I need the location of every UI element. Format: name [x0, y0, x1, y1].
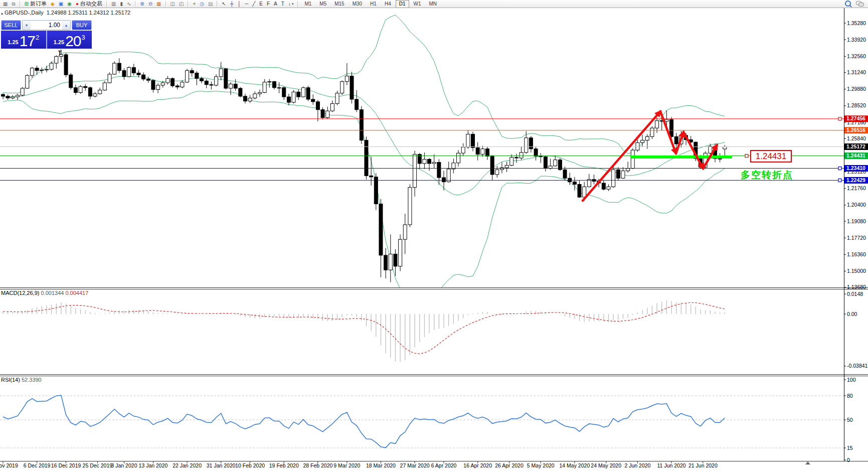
svg-text:1.20400: 1.20400 — [847, 202, 866, 208]
svg-text:27 Mar 2020: 27 Mar 2020 — [400, 462, 430, 468]
periods-button[interactable]: ◷ — [198, 1, 206, 8]
timeframe-h4-button[interactable]: H4 — [381, 0, 395, 8]
fibo-retracement-button[interactable]: E — [258, 1, 264, 8]
svg-text:1.24431: 1.24431 — [846, 152, 865, 159]
indicators-button[interactable]: + — [191, 1, 197, 8]
svg-text:10 Feb 2020: 10 Feb 2020 — [235, 462, 265, 468]
zoom-out-button[interactable]: ⊖ — [147, 1, 154, 8]
svg-text:31 Jan 2020: 31 Jan 2020 — [207, 462, 236, 468]
toolbar-separator — [297, 1, 298, 7]
chart-candles-icon: ▮ — [120, 1, 123, 8]
timeframe-toolbar: M1M5M15M30H1H4D1W1MN — [300, 0, 441, 8]
ask-price[interactable]: 1.25 20 3 — [46, 31, 92, 49]
volume-input[interactable] — [31, 21, 62, 30]
svg-text:16 Dec 2019: 16 Dec 2019 — [51, 462, 81, 468]
timeframe-w1-button[interactable]: W1 — [410, 0, 425, 8]
autotrading-icon: ● — [76, 1, 79, 8]
fibo-retracement-icon: E — [259, 1, 263, 8]
timeframe-d1-button[interactable]: D1 — [396, 0, 409, 8]
toolbar: ▦⧉⊞新订单◆▣◉●自动交易▥▮∿⊕⊖▦◫◰+◷▤↖┼│─╱EFAT↓▾ M1M… — [0, 0, 868, 8]
profiles-button[interactable]: ⧉ — [10, 1, 17, 8]
chart-bars-button[interactable]: ▥ — [110, 1, 117, 8]
arrows-icon: ↓ — [288, 1, 291, 8]
new-chart-button[interactable]: ▦ — [2, 1, 9, 8]
horizontal-line-button[interactable]: ─ — [243, 1, 250, 8]
crosshair-icon: ┼ — [230, 1, 234, 8]
svg-text:1.22429: 1.22429 — [846, 177, 865, 183]
fibo-expansion-button[interactable]: F — [265, 1, 271, 8]
tile-windows-icon: ▦ — [156, 1, 161, 8]
new-order-button-label: 新订单 — [30, 0, 47, 8]
svg-text:0.0148: 0.0148 — [847, 291, 863, 297]
timeframe-m5-button[interactable]: M5 — [316, 0, 330, 8]
templates-button[interactable]: ▤ — [207, 1, 214, 8]
svg-text:9 Mar 2020: 9 Mar 2020 — [333, 462, 360, 468]
terminal-button[interactable]: ▣ — [57, 1, 65, 8]
timeframe-m30-button[interactable]: M30 — [349, 0, 366, 8]
strategy-tester-icon: ◉ — [67, 1, 72, 8]
autotrading-button[interactable]: ●自动交易 — [74, 1, 104, 8]
metaeditor-button[interactable]: ◆ — [49, 1, 56, 8]
svg-text:1.13680: 1.13680 — [847, 284, 866, 290]
search-icon[interactable] — [845, 1, 851, 7]
terminal-icon: ▣ — [59, 1, 63, 8]
chart-line-button[interactable]: ∿ — [125, 1, 132, 8]
templates-icon: ▤ — [208, 1, 213, 8]
cascade-windows-button[interactable]: ◰ — [178, 1, 185, 8]
tile-windows-button[interactable]: ▦ — [155, 1, 162, 8]
svg-text:21 Jun 2020: 21 Jun 2020 — [688, 462, 718, 468]
vertical-line-icon: │ — [238, 1, 241, 8]
svg-text:1.27456: 1.27456 — [846, 115, 865, 121]
text-label-icon: T — [281, 1, 284, 8]
chart-line-icon: ∿ — [127, 1, 131, 8]
timeframe-h1-button[interactable]: H1 — [367, 0, 380, 8]
timeframe-m1-button[interactable]: M1 — [301, 0, 315, 8]
sell-button[interactable]: SELL — [1, 20, 21, 30]
svg-text:2 Jun 2020: 2 Jun 2020 — [624, 462, 650, 468]
text-button[interactable]: A — [272, 1, 279, 8]
arrange-windows-button[interactable]: ◫ — [169, 1, 177, 8]
svg-text:0.00: 0.00 — [847, 311, 857, 317]
trendline-button[interactable]: ╱ — [251, 1, 257, 8]
arrows-button[interactable]: ↓▾ — [287, 1, 295, 8]
svg-text:50: 50 — [847, 417, 853, 423]
new-order-button[interactable]: ⊞新订单 — [23, 1, 48, 8]
svg-text:5 May 2020: 5 May 2020 — [527, 462, 555, 468]
bid-price[interactable]: 1.25 17 2 — [1, 31, 46, 49]
text-label-button[interactable]: T — [280, 1, 286, 8]
macd-indicator-label: MACD(12,26,9) 0.001344 0.004417 — [1, 290, 88, 296]
volume-down-button[interactable]: ▼ — [23, 21, 31, 30]
toolbar-icon-group: ▦⧉⊞新订单◆▣◉●自动交易▥▮∿⊕⊖▦◫◰+◷▤↖┼│─╱EFAT↓▾ — [1, 0, 300, 8]
symbol-info-line: ▴GBPUSD-,Daily 1.24988 1.25311 1.24312 1… — [1, 10, 130, 16]
timeframe-m15-button[interactable]: M15 — [331, 0, 348, 8]
svg-text:1.17720: 1.17720 — [847, 235, 866, 241]
svg-text:19 Feb 2020: 19 Feb 2020 — [269, 462, 299, 468]
cursor-button[interactable]: ↖ — [220, 1, 227, 8]
crosshair-button[interactable]: ┼ — [229, 1, 235, 8]
chart-canvas[interactable]: 1.352801.339201.325601.312401.298801.285… — [0, 0, 868, 471]
buy-button[interactable]: BUY — [72, 20, 92, 30]
rsi-indicator-label: RSI(14) 52.3390 — [1, 377, 42, 383]
vertical-line-button[interactable]: │ — [236, 1, 242, 8]
zoom-out-icon: ⊖ — [148, 1, 152, 8]
turning-point-annotation[interactable]: 多空转折点 — [741, 169, 793, 182]
volume-up-button[interactable]: ▲ — [62, 21, 70, 30]
chevron-down-icon: ▾ — [292, 2, 294, 6]
new-chart-icon: ▦ — [3, 1, 8, 8]
toolbar-separator — [106, 1, 107, 7]
svg-text:1.32560: 1.32560 — [847, 53, 866, 59]
arrange-windows-icon: ◫ — [170, 1, 175, 8]
strategy-tester-button[interactable]: ◉ — [66, 1, 73, 8]
chart-candles-button[interactable]: ▮ — [118, 1, 124, 8]
zoom-in-icon: ⊕ — [140, 1, 144, 8]
symbol-info-text: GBPUSD-,Daily 1.24988 1.25311 1.24312 1.… — [5, 10, 130, 16]
toolbar-separator — [165, 1, 166, 7]
zoom-in-button[interactable]: ⊕ — [138, 1, 145, 8]
new-order-icon: ⊞ — [25, 1, 29, 8]
timeframe-mn-button[interactable]: MN — [426, 0, 441, 8]
community-chat-icon[interactable] — [856, 1, 864, 7]
svg-text:27 Nov 2019: 27 Nov 2019 — [0, 462, 18, 468]
toolbar-separator — [20, 1, 21, 7]
svg-text:1.16360: 1.16360 — [847, 251, 866, 257]
support-price-label[interactable]: 1.24431 — [750, 150, 792, 163]
